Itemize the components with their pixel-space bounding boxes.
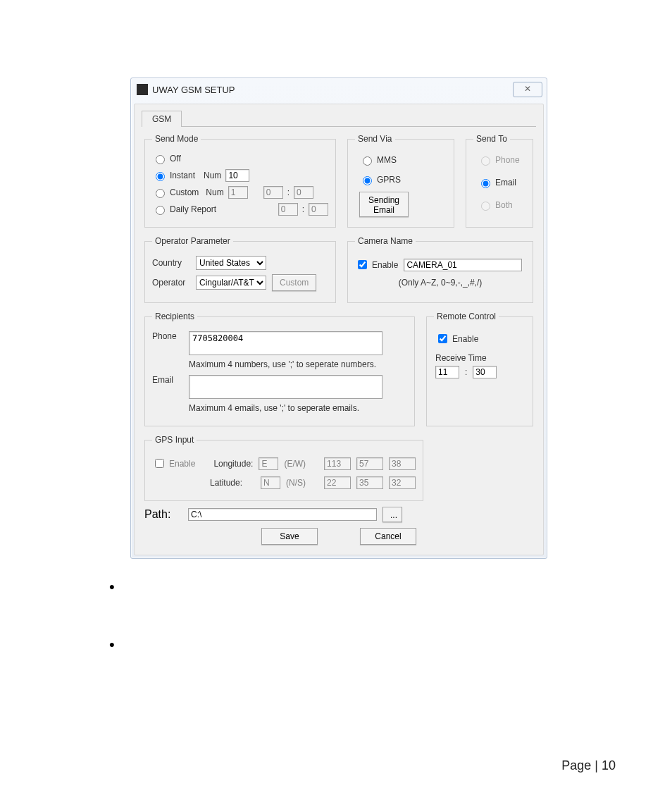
path-input[interactable] xyxy=(188,508,377,521)
country-select[interactable]: United States xyxy=(196,256,266,270)
recipients-legend: Recipients xyxy=(152,312,197,321)
gps-group: GPS Input Enable Longitude: (E/W) Latitu… xyxy=(144,435,423,501)
remote-enable-check[interactable]: Enable xyxy=(435,332,478,345)
bullet-list: • • xyxy=(109,578,115,694)
send-via-mms[interactable]: MMS xyxy=(359,154,442,166)
gps-enable-check[interactable]: Enable xyxy=(152,457,195,470)
operator-custom-button[interactable]: Custom xyxy=(272,274,316,291)
send-via-group: Send Via MMS GPRS Sending Email xyxy=(347,134,454,228)
send-to-group: Send To Phone Email Both xyxy=(466,134,533,228)
lon-dir-hint: (E/W) xyxy=(284,459,306,469)
lat-dir-hint: (N/S) xyxy=(286,478,306,488)
app-icon xyxy=(137,84,148,95)
receive-min-input[interactable] xyxy=(473,366,497,378)
tab-gsm[interactable]: GSM xyxy=(142,111,182,127)
custom-min-input[interactable] xyxy=(294,186,313,199)
remote-group: Remote Control Enable Receive Time : xyxy=(426,312,533,426)
camera-legend: Camera Name xyxy=(355,236,416,246)
window-title: UWAY GSM SETUP xyxy=(152,85,513,95)
receive-time-label: Receive Time xyxy=(435,353,524,363)
close-button[interactable]: ✕ xyxy=(513,82,542,97)
send-to-both[interactable]: Both xyxy=(478,199,521,211)
tab-strip: GSM xyxy=(142,110,536,127)
send-mode-daily[interactable]: Daily Report xyxy=(152,204,216,215)
custom-num-input[interactable] xyxy=(228,186,248,199)
camera-group: Camera Name Enable (Only A~Z, 0~9,-,_,#,… xyxy=(347,236,533,303)
phone-hint: Maximum 4 numbers, use ';' to seperate n… xyxy=(189,359,407,369)
custom-hour-input[interactable] xyxy=(263,186,283,199)
instant-num-input[interactable] xyxy=(225,169,249,182)
country-label: Country xyxy=(152,258,190,268)
send-mode-off[interactable]: Off xyxy=(152,153,181,164)
setup-dialog: UWAY GSM SETUP ✕ GSM Send Mode Off Insta… xyxy=(130,78,547,559)
email-input[interactable] xyxy=(189,375,382,399)
lon-a-input[interactable] xyxy=(324,457,351,470)
browse-button[interactable]: ... xyxy=(382,507,402,522)
lat-b-input[interactable] xyxy=(356,476,383,489)
lat-a-input[interactable] xyxy=(324,476,351,489)
cancel-button[interactable]: Cancel xyxy=(360,528,416,545)
lat-c-input[interactable] xyxy=(389,476,416,489)
titlebar: UWAY GSM SETUP ✕ xyxy=(131,78,547,101)
operator-label: Operator xyxy=(152,278,190,288)
send-mode-legend: Send Mode xyxy=(152,134,201,144)
daily-min-input[interactable] xyxy=(309,203,328,216)
send-via-gprs[interactable]: GPRS xyxy=(359,174,442,185)
camera-enable-check[interactable]: Enable xyxy=(355,258,398,271)
longitude-label: Longitude: xyxy=(213,459,253,469)
lon-dir-input[interactable] xyxy=(259,457,278,470)
client-area: GSM Send Mode Off Instant Num Custom xyxy=(134,104,544,555)
send-to-phone[interactable]: Phone xyxy=(478,154,521,166)
daily-hour-input[interactable] xyxy=(278,203,298,216)
lon-b-input[interactable] xyxy=(356,457,383,470)
num-label: Num xyxy=(204,171,221,180)
phone-input[interactable]: 7705820004 xyxy=(189,331,382,355)
recipients-group: Recipients Phone 7705820004 Maximum 4 nu… xyxy=(144,312,415,426)
operator-group: Operator Parameter Country United States… xyxy=(144,236,336,303)
lat-dir-input[interactable] xyxy=(261,476,280,489)
bullet-item: • xyxy=(109,578,115,596)
phone-label: Phone xyxy=(152,331,183,341)
email-label: Email xyxy=(152,375,183,385)
sending-email-button[interactable]: Sending Email xyxy=(359,192,409,217)
lon-c-input[interactable] xyxy=(389,457,416,470)
camera-hint: (Only A~Z, 0~9,-,_,#,/) xyxy=(355,278,525,288)
save-button[interactable]: Save xyxy=(261,528,318,545)
send-mode-group: Send Mode Off Instant Num Custom Num xyxy=(144,134,336,228)
path-label: Path: xyxy=(144,508,182,521)
bullet-item: • xyxy=(109,636,115,654)
latitude-label: Latitude: xyxy=(210,478,242,488)
remote-legend: Remote Control xyxy=(434,312,499,321)
send-mode-custom[interactable]: Custom xyxy=(152,187,199,198)
operator-select[interactable]: Cingular/AT&T xyxy=(196,276,266,290)
send-via-legend: Send Via xyxy=(355,134,395,144)
send-mode-instant[interactable]: Instant xyxy=(152,170,195,181)
receive-hour-input[interactable] xyxy=(435,366,459,378)
operator-legend: Operator Parameter xyxy=(152,236,233,246)
page-footer: Page | 10 xyxy=(561,758,616,773)
camera-name-input[interactable] xyxy=(404,259,522,271)
send-to-email[interactable]: Email xyxy=(478,177,521,188)
send-to-legend: Send To xyxy=(473,134,510,144)
gps-legend: GPS Input xyxy=(152,435,197,445)
email-hint: Maximum 4 emails, use ';' to seperate em… xyxy=(189,403,407,413)
